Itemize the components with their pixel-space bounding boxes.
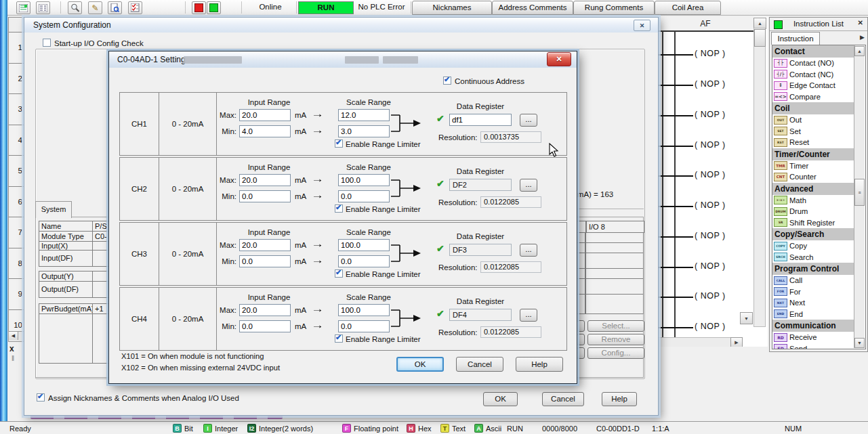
instruction-item-for[interactable]: FOR For — [772, 286, 855, 298]
nop-coil[interactable]: ( NOP ) — [695, 79, 726, 89]
remove-button[interactable]: Remove — [587, 334, 644, 345]
nicknames-button[interactable]: Nicknames — [412, 1, 492, 15]
instruction-item-shift-register[interactable]: SR Shift Register — [772, 217, 855, 229]
enable-range-limiter-checkbox[interactable] — [335, 334, 343, 343]
scroll-down-button[interactable]: ▼ — [854, 338, 865, 348]
coil-area-button[interactable]: Coil Area — [655, 1, 721, 15]
scale-max-field[interactable] — [338, 304, 390, 316]
config-button-sliver[interactable] — [577, 347, 585, 359]
enable-range-limiter-checkbox[interactable] — [335, 269, 343, 278]
nop-coil[interactable]: ( NOP ) — [695, 110, 726, 119]
config-button[interactable]: Config... — [587, 347, 644, 359]
browse-register-button[interactable]: ... — [520, 179, 537, 192]
doc-check-icon[interactable] — [108, 1, 122, 14]
scale-max-field[interactable] — [338, 109, 390, 121]
tab-overflow-icon[interactable]: ▶ — [860, 34, 865, 41]
nop-coil[interactable]: ( NOP ) — [695, 140, 726, 150]
instruction-item-contact-nc[interactable]: ┤/├ Contact (NC) — [772, 69, 855, 81]
rung-comments-button[interactable]: Rung Comments — [573, 1, 655, 15]
instruction-item-contact-no[interactable]: ┤├ Contact (NO) — [772, 58, 855, 69]
tab-system[interactable]: System — [35, 201, 72, 218]
scale-min-field[interactable] — [338, 125, 390, 137]
instruction-item-set[interactable]: SET Set — [772, 126, 855, 137]
ladder-view-icon[interactable] — [16, 1, 30, 14]
close-panel-icon[interactable]: ✕ — [858, 19, 863, 26]
input-min-field[interactable] — [239, 255, 291, 267]
scroll-left-icon[interactable]: ◀ — [9, 332, 18, 340]
instruction-item-call[interactable]: CALL Call — [772, 275, 855, 286]
select-button-sliver[interactable] — [577, 320, 585, 332]
io-table: I/O 8 — [586, 221, 644, 314]
assign-nicknames-checkbox[interactable] — [37, 393, 45, 402]
instruction-item-send[interactable]: SD Send — [772, 343, 855, 350]
enable-range-limiter-checkbox[interactable] — [335, 139, 343, 148]
remove-button-sliver[interactable] — [577, 334, 585, 345]
instruction-item-timer[interactable]: TMR Timer — [772, 160, 855, 172]
ok-button[interactable]: OK — [483, 392, 518, 406]
instruction-item-edge-contact[interactable]: ↕ Edge Contact — [772, 80, 855, 91]
close-button[interactable] — [547, 52, 571, 66]
zoom-icon[interactable] — [68, 1, 82, 14]
input-max-field[interactable] — [239, 239, 291, 251]
enable-range-limiter-checkbox[interactable] — [335, 204, 343, 213]
scale-min-field[interactable] — [338, 190, 390, 202]
scale-max-field[interactable] — [338, 174, 390, 186]
input-max-field[interactable] — [239, 109, 291, 121]
input-min-field[interactable] — [239, 190, 291, 202]
syntax-check-icon[interactable] — [128, 1, 142, 14]
instruction-item-next[interactable]: NXT Next — [772, 297, 855, 309]
scale-min-field[interactable] — [338, 320, 390, 332]
instruction-item-receive[interactable]: RD Receive — [772, 332, 855, 343]
instruction-item-copy[interactable]: COPY Copy — [772, 240, 855, 252]
ladder-editor[interactable]: AF ( NOP ) ( NOP ) ( NOP ) ( NOP ) ( NOP… — [657, 17, 768, 347]
nop-coil[interactable]: ( NOP ) — [695, 261, 726, 271]
instruction-item-end[interactable]: END End — [772, 309, 855, 320]
instruction-vscrollbar[interactable]: ▲ ≡ ▼ — [854, 46, 865, 348]
select-button[interactable]: Select... — [587, 320, 644, 332]
startup-io-config-checkbox[interactable] — [43, 39, 51, 47]
scroll-down-button[interactable]: ▼ — [740, 312, 753, 324]
ok-button[interactable]: OK — [396, 357, 444, 372]
continuous-address-checkbox[interactable] — [443, 77, 451, 85]
data-view-icon[interactable] — [36, 1, 50, 14]
close-button[interactable] — [634, 20, 650, 31]
input-max-field[interactable] — [239, 304, 291, 316]
instruction-item-compare[interactable]: =<> Compare — [772, 91, 855, 103]
instruction-item-out[interactable]: OUT Out — [772, 114, 855, 126]
run-plc-button[interactable] — [207, 1, 221, 14]
input-min-field[interactable] — [239, 320, 291, 332]
data-register-field[interactable] — [449, 114, 512, 126]
nop-coil[interactable]: ( NOP ) — [695, 200, 726, 210]
address-comments-button[interactable]: Address Comments — [492, 1, 573, 15]
input-max-field[interactable] — [239, 174, 291, 186]
browse-register-button[interactable]: ... — [520, 244, 537, 257]
instruction-item-counter[interactable]: CNT Counter — [772, 171, 855, 183]
nop-coil[interactable]: ( NOP ) — [695, 49, 726, 58]
instruction-item-search[interactable]: SRCH Search — [772, 252, 855, 263]
vscroll-thumb[interactable]: ≡ — [854, 179, 865, 206]
edit-mode-icon[interactable]: ✎ — [88, 1, 102, 14]
nop-coil[interactable]: ( NOP ) — [695, 322, 726, 331]
tab-instruction[interactable]: Instruction — [771, 32, 820, 45]
nop-coil[interactable]: ( NOP ) — [695, 231, 726, 240]
cancel-button[interactable]: Cancel — [456, 357, 503, 372]
help-button[interactable]: Help — [602, 392, 637, 406]
nop-coil[interactable]: ( NOP ) — [695, 291, 726, 301]
stop-plc-button[interactable] — [192, 1, 206, 14]
instruction-item-drum[interactable]: DRUM Drum — [772, 206, 855, 217]
browse-register-button[interactable]: ... — [520, 114, 537, 127]
instruction-item-reset[interactable]: RST Reset — [772, 137, 855, 148]
scroll-right-button[interactable]: ▶ — [730, 337, 743, 347]
vscroll-thumb[interactable] — [754, 29, 766, 47]
nop-coil[interactable]: ( NOP ) — [695, 170, 726, 179]
scale-min-field[interactable] — [338, 255, 390, 267]
input-min-field[interactable] — [239, 125, 291, 137]
help-button[interactable]: Help — [516, 357, 563, 372]
pane-close-icon[interactable]: x — [9, 344, 14, 353]
browse-register-button[interactable]: ... — [520, 309, 537, 322]
cancel-button[interactable]: Cancel — [542, 392, 584, 406]
ladder-vscrollbar[interactable] — [753, 28, 766, 327]
instruction-item-math[interactable]: +-×÷ Math — [772, 195, 855, 207]
scroll-up-button[interactable]: ▲ — [854, 46, 865, 56]
scale-max-field[interactable] — [338, 239, 390, 251]
